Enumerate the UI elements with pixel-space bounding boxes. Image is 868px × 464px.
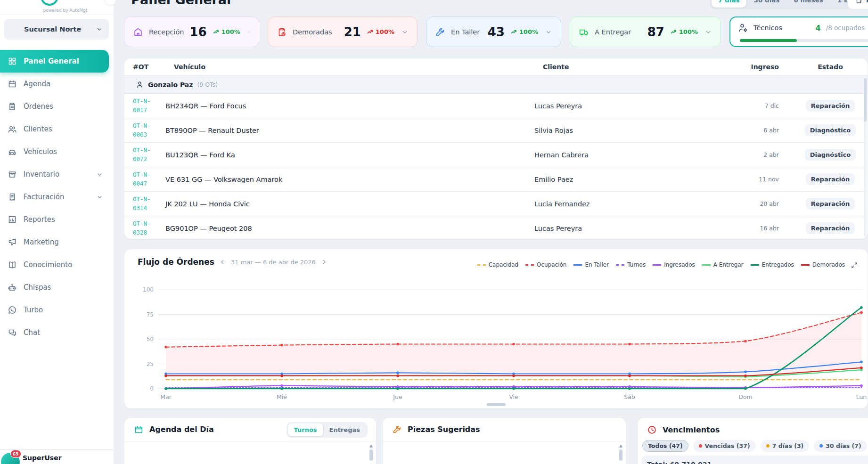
agenda-header: Agenda del Día TurnosEntregas [124, 418, 376, 441]
sidebar-item-ordenes[interactable]: Órdenes [0, 95, 114, 118]
stat-card-recepción[interactable]: Recepción16100% [124, 16, 259, 47]
svg-text:0: 0 [150, 385, 154, 392]
powered-by-label: powered by AutoMgt [43, 8, 88, 13]
grid-icon [8, 57, 17, 66]
vencimientos-title: Vencimientos [663, 425, 720, 434]
table-group-row[interactable]: Gonzalo Paz (9 OTs) [124, 76, 868, 94]
stat-card-demoradas[interactable]: Demoradas21100% [268, 16, 418, 47]
agenda-tab-turnos[interactable]: Turnos [288, 423, 323, 436]
filter-pill[interactable]: Vencidas (37) [693, 440, 756, 452]
agenda-scrollbar-thumb[interactable] [369, 449, 373, 461]
sidebar-item-marketing[interactable]: Marketing [0, 231, 114, 253]
status-badge: Diagnóstico [805, 149, 856, 161]
filter-label: 7 días (3) [772, 442, 804, 449]
ot-number[interactable]: OT-N-0047 [124, 171, 165, 188]
user-block: 65 SuperUser [0, 449, 114, 464]
range-button[interactable]: 30 días [747, 0, 786, 8]
svg-text:75: 75 [147, 311, 154, 318]
stat-value: 87 [647, 25, 664, 39]
stat-card-tecnicos[interactable]: Técnicos4/8 ocupados [729, 16, 868, 47]
range-button[interactable]: 7 días [712, 0, 746, 8]
sidebar-item-clientes[interactable]: Clientes [0, 118, 114, 140]
table-header: #OT Vehículo Cliente Ingreso Estado [124, 58, 868, 76]
wrench-icon [435, 27, 445, 37]
ot-number[interactable]: OT-N-0072 [124, 146, 165, 164]
table-scrollbar[interactable] [864, 78, 867, 236]
col-ot: #OT [124, 63, 165, 71]
scroll-up-icon[interactable]: ▲ [369, 443, 373, 448]
agenda-panel: Agenda del Día TurnosEntregas ▲ [124, 417, 377, 464]
sidebar-item-chat[interactable]: Chat [0, 321, 114, 344]
sidebar-item-inventario[interactable]: Inventario [0, 163, 114, 186]
piezas-scrollbar-thumb[interactable] [619, 449, 622, 461]
chart-scroll-pill[interactable] [487, 403, 506, 406]
sidebar-item-chispas[interactable]: Chispas [0, 276, 114, 299]
chevron-down-icon[interactable] [401, 28, 409, 36]
ot-number[interactable]: OT-N-0314 [124, 195, 165, 213]
car-icon [8, 147, 17, 156]
table-scrollbar-thumb[interactable] [864, 78, 867, 122]
client-cell: Hernan Cabrera [534, 151, 736, 159]
filter-dot [766, 444, 770, 448]
client-cell: Emilio Paez [534, 176, 736, 183]
whatsapp-icon [8, 305, 17, 315]
person-gear-icon [738, 23, 748, 33]
svg-text:100: 100 [143, 286, 154, 293]
status-badge: Reparación [806, 222, 855, 234]
piezas-scrollbar[interactable]: ▲ [619, 443, 623, 461]
stat-card-a-entregar[interactable]: A Entregar87100% [570, 16, 721, 47]
table-row[interactable]: OT-N-0017BH234QR — Ford FocusLucas Perey… [124, 94, 868, 118]
sidebar-item-agenda[interactable]: Agenda [0, 73, 114, 95]
clock-icon [647, 425, 657, 435]
status-badge: Reparación [806, 198, 855, 210]
table-row[interactable]: OT-N-0047VE 631 GG — Volkswagen AmarokEm… [124, 167, 868, 192]
export-button[interactable]: PDF [847, 0, 868, 9]
ot-number[interactable]: OT-N-0328 [124, 220, 165, 237]
stat-label: Recepción [149, 28, 184, 36]
sidebar-item-label: Turbo [24, 306, 43, 314]
client-cell: Lucas Pereyra [534, 102, 736, 110]
ot-number[interactable]: OT-N-0063 [124, 122, 165, 139]
sidebar-item-vehiculos[interactable]: Vehículos [0, 140, 114, 163]
svg-text:Jue: Jue [393, 393, 402, 400]
group-count: (9 OTs) [197, 81, 218, 88]
table-row[interactable]: OT-N-0072BU123QR — Ford KaHernan Cabrera… [124, 143, 868, 167]
sidebar-item-reportes[interactable]: Reportes [0, 208, 114, 231]
trend-value: 100% [221, 28, 240, 35]
range-button[interactable]: 6 meses [787, 0, 830, 8]
table-row[interactable]: OT-N-0063BT890OP — Renault DusterSilvia … [124, 118, 868, 143]
col-estado: Estado [793, 63, 868, 71]
chevron-down-icon[interactable] [247, 28, 250, 36]
sidebar-item-label: Reportes [24, 215, 55, 224]
agenda-title: Agenda del Día [149, 425, 214, 434]
agenda-tab-entregas[interactable]: Entregas [323, 423, 366, 436]
group-name: Gonzalo Paz [148, 81, 193, 89]
ot-number[interactable]: OT-N-0017 [124, 97, 165, 115]
chevron-down-icon[interactable] [704, 28, 712, 36]
main-content: Panel General 7 días30 días6 meses1 año … [114, 0, 868, 464]
svg-text:25: 25 [147, 361, 154, 367]
table-row[interactable]: OT-N-0328BG901OP — Peugeot 208Lucas Pere… [124, 216, 868, 239]
chevron-down-icon[interactable] [545, 28, 552, 36]
sidebar-item-conocimiento[interactable]: Conocimiento [0, 253, 114, 276]
sidebar-item-turbo[interactable]: Turbo [0, 299, 114, 321]
vencimientos-filters: Todos (47)Vencidas (37)7 días (3)30 días… [642, 440, 868, 452]
stat-label: En Taller [451, 28, 480, 36]
vehicle-cell: JK 202 LU — Honda Civic [165, 200, 534, 208]
agenda-scrollbar[interactable]: ▲ [369, 443, 373, 461]
sidebar-item-label: Vehículos [24, 147, 57, 156]
notification-badge: 65 [10, 450, 21, 458]
filter-pill[interactable]: 7 días (3) [761, 440, 810, 452]
trend-value: 100% [519, 28, 538, 35]
stat-card-en-taller[interactable]: En Taller43100% [426, 16, 561, 47]
sidebar-item-panel-general[interactable]: Panel General [0, 50, 109, 73]
scroll-up-icon[interactable]: ▲ [619, 443, 623, 448]
table-row[interactable]: OT-N-0314JK 202 LU — Honda CivicLucia Fe… [124, 192, 868, 216]
filter-pill[interactable]: Todos (47) [642, 440, 688, 452]
sidebar-item-facturacion[interactable]: Facturación [0, 186, 114, 208]
branch-selector[interactable]: Sucursal Norte [4, 19, 109, 40]
ingreso-cell: 6 abr [736, 127, 793, 134]
svg-text:Mar: Mar [160, 393, 172, 400]
filter-pill[interactable]: 30 días (7) [814, 440, 867, 452]
sidebar-item-label: Conocimiento [24, 260, 72, 269]
